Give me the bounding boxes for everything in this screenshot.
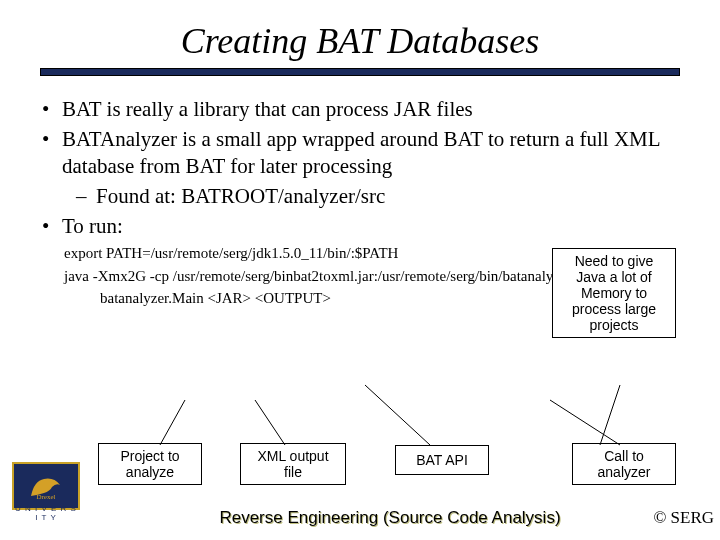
bullet-dot-icon: • (40, 126, 62, 152)
svg-line-0 (160, 400, 185, 445)
bullet-2-text: BATAnalyzer is a small app wrapped aroun… (62, 126, 680, 179)
bullet-3-text: To run: (62, 213, 680, 239)
title-underline (40, 68, 680, 76)
svg-line-2 (365, 385, 430, 445)
callout-analyzer: Call to analyzer (572, 443, 676, 485)
bullet-3: • To run: (40, 213, 680, 239)
page-title: Creating BAT Databases (0, 20, 720, 62)
callout-xml: XML output file (240, 443, 346, 485)
bullet-2-sub: – Found at: BATROOT/analyzer/src (76, 183, 680, 209)
subbullet-dash-icon: – (76, 183, 96, 209)
bullet-1-text: BAT is really a library that can process… (62, 96, 680, 122)
drexel-logo: Drexel (12, 462, 80, 510)
copyright: © SERG (653, 508, 714, 528)
connector-line-icon (540, 380, 660, 450)
connector-line-icon (360, 380, 480, 450)
bullet-dot-icon: • (40, 213, 62, 239)
drexel-logo-label: U N I V E R S I T Y (14, 504, 78, 522)
svg-line-1 (255, 400, 285, 445)
callout-bat-api: BAT API (395, 445, 489, 475)
svg-line-3 (600, 385, 620, 445)
svg-line-4 (550, 400, 620, 445)
footer-subtitle: Reverse Engineering (Source Code Analysi… (160, 508, 620, 528)
bullet-2: • BATAnalyzer is a small app wrapped aro… (40, 126, 680, 179)
bullet-dot-icon: • (40, 96, 62, 122)
callout-project: Project to analyze (98, 443, 202, 485)
svg-text:Drexel: Drexel (36, 493, 55, 501)
dragon-icon: Drexel (26, 471, 66, 501)
bullet-1: • BAT is really a library that can proce… (40, 96, 680, 122)
callout-memory: Need to give Java a lot of Memory to pro… (552, 248, 676, 338)
bullet-2-sub-text: Found at: BATROOT/analyzer/src (96, 183, 385, 209)
